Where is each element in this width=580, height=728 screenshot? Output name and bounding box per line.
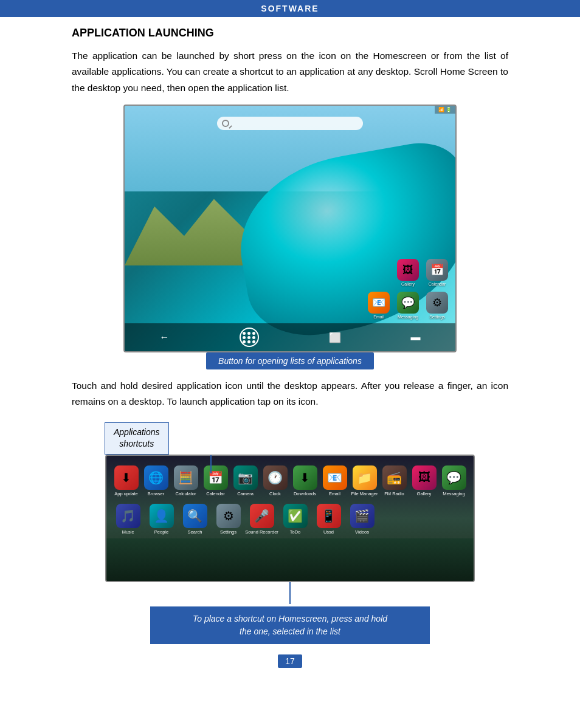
list-item[interactable]: ⬇ App update bbox=[111, 463, 141, 499]
file-manager-icon: 📁 bbox=[353, 465, 377, 490]
dot-7 bbox=[243, 340, 246, 343]
menu-icon[interactable]: ▬ bbox=[411, 332, 421, 343]
file-manager-label: File Manager bbox=[351, 491, 378, 496]
calendar-label: Calendar bbox=[206, 491, 224, 496]
list-item[interactable]: 👤 People bbox=[145, 501, 178, 537]
list-item[interactable]: 📅 Calendar bbox=[201, 463, 230, 499]
paragraph-2: Touch and hold desired application icon … bbox=[72, 378, 508, 410]
messaging-app-icon: 💬 bbox=[397, 292, 419, 314]
bottom-connector-line bbox=[289, 582, 291, 604]
camera-icon: 📷 bbox=[233, 465, 258, 490]
dot-4 bbox=[243, 336, 246, 339]
list-item[interactable]: 🧮 Calculator bbox=[171, 463, 201, 499]
calculator-label: Calculator bbox=[176, 491, 196, 496]
videos-label: Videos bbox=[355, 529, 369, 535]
calculator-icon: 🧮 bbox=[174, 465, 198, 490]
annotation-line2: shortcuts bbox=[119, 439, 154, 448]
back-icon[interactable]: ← bbox=[160, 332, 170, 343]
dot-3 bbox=[252, 332, 255, 335]
email-label: Email bbox=[373, 315, 384, 319]
list-item[interactable]: 📷 Camera bbox=[230, 463, 260, 499]
page-number-container: 17 bbox=[72, 656, 508, 666]
list-item[interactable]: 📧 Email bbox=[320, 463, 350, 499]
settings-icon-item[interactable]: ⚙ Settings bbox=[424, 292, 451, 322]
music-label: Music bbox=[122, 529, 134, 535]
settings-label: Settings bbox=[429, 315, 444, 319]
search-bar[interactable] bbox=[217, 117, 363, 130]
calendar-icon: 📅 bbox=[204, 465, 228, 490]
downloads-icon: ⬇ bbox=[293, 465, 317, 490]
list-item[interactable]: ⚙ Settings bbox=[212, 501, 245, 537]
email-icon-item[interactable]: 📧 Email bbox=[365, 292, 392, 322]
ussd-icon: 📱 bbox=[317, 504, 341, 528]
videos-icon: 🎬 bbox=[350, 504, 375, 528]
dot-6 bbox=[252, 336, 255, 339]
annotation-connector-line bbox=[210, 455, 212, 473]
annotation-container: Applications shortcuts bbox=[72, 422, 508, 455]
list-item[interactable]: ⬇ Downloads bbox=[290, 463, 320, 499]
dot-2 bbox=[247, 332, 250, 335]
messaging-icon-item[interactable]: 💬 Messaging bbox=[395, 292, 421, 322]
fm-radio-icon: 📻 bbox=[382, 465, 407, 490]
list-item[interactable]: 🔍 Search bbox=[178, 501, 212, 537]
caption-2-line1: To place a shortcut on Homescreen, press… bbox=[193, 614, 387, 623]
bottom-nav-bar: ← ⬜ ▬ bbox=[125, 323, 455, 351]
list-item[interactable]: 📱 Ussd bbox=[312, 501, 345, 537]
clock-icon: 🕐 bbox=[263, 465, 288, 490]
paragraph-1: The application can be launched by short… bbox=[72, 48, 508, 96]
list-item[interactable]: 🌐 Browser bbox=[141, 463, 171, 499]
page-content: APPLICATION LAUNCHING The application ca… bbox=[0, 17, 580, 690]
messaging-icon: 💬 bbox=[442, 465, 466, 490]
apps-row-2: 🎵 Music 👤 People 🔍 Search ⚙ Settings bbox=[111, 501, 469, 537]
caption-2-line2: the one, selected in the list bbox=[240, 627, 340, 636]
list-item[interactable]: 💬 Messaging bbox=[439, 463, 469, 499]
camera-label: Camera bbox=[237, 491, 254, 496]
section-title: APPLICATION LAUNCHING bbox=[72, 27, 508, 39]
browser-icon: 🌐 bbox=[144, 465, 168, 490]
fm-radio-label: FM Radio bbox=[384, 491, 404, 496]
annotation-line1: Applications bbox=[114, 427, 160, 437]
downloads-label: Downloads bbox=[294, 491, 316, 496]
list-item[interactable]: 🎵 Music bbox=[111, 501, 145, 537]
dot-5 bbox=[247, 336, 250, 339]
caption-1: Button for opening lists of applications bbox=[206, 352, 374, 369]
calendar-app-icon: 📅 bbox=[426, 259, 448, 281]
ussd-label: Ussd bbox=[323, 529, 334, 535]
gallery-icon-item[interactable]: 🖼 Gallery bbox=[395, 259, 421, 289]
app-row-2: 📧 Email 💬 Messaging ⚙ Settings bbox=[365, 292, 451, 322]
calendar-label: Calendar bbox=[429, 282, 446, 286]
apps-grid-button[interactable] bbox=[240, 328, 259, 347]
list-item[interactable]: 📁 File Manager bbox=[350, 463, 379, 499]
gallery-icon: 🖼 bbox=[412, 465, 437, 490]
settings-icon: ⚙ bbox=[216, 504, 241, 528]
search-label: Search bbox=[188, 529, 202, 535]
app-update-icon: ⬇ bbox=[114, 465, 139, 490]
phone-screen: 📶 🔋 🖼 Gallery 📅 Calendar bbox=[123, 105, 457, 352]
caption-2: To place a shortcut on Homescreen, press… bbox=[150, 606, 430, 644]
music-icon: 🎵 bbox=[116, 504, 140, 528]
homescreen-app-icons: 🖼 Gallery 📅 Calendar 📧 Email 💬 bbox=[365, 259, 451, 322]
todo-icon: ✅ bbox=[283, 504, 308, 528]
list-item[interactable]: 📻 FM Radio bbox=[379, 463, 409, 499]
gallery-label: Gallery bbox=[401, 282, 415, 286]
list-item[interactable]: 🎬 Videos bbox=[345, 501, 379, 537]
app-update-label: App update bbox=[114, 491, 137, 496]
calendar-icon-item[interactable]: 📅 Calendar bbox=[424, 259, 451, 289]
annotation-label: Applications shortcuts bbox=[105, 422, 169, 455]
dot-1 bbox=[243, 332, 246, 335]
dot-8 bbox=[247, 340, 250, 343]
email-icon: 📧 bbox=[323, 465, 347, 490]
app-row-1: 🖼 Gallery 📅 Calendar bbox=[395, 259, 451, 289]
list-item[interactable]: 🕐 Clock bbox=[260, 463, 290, 499]
home-icon[interactable]: ⬜ bbox=[329, 332, 341, 343]
sound-recorder-icon: 🎤 bbox=[250, 504, 274, 528]
page-number: 17 bbox=[278, 654, 302, 668]
header-bar: SOFTWARE bbox=[0, 0, 580, 17]
list-item[interactable]: 🎤 Sound Recorder bbox=[245, 501, 278, 537]
clock-label: Clock bbox=[269, 491, 281, 496]
messaging-label: Messaging bbox=[398, 315, 418, 319]
messaging-label: Messaging bbox=[443, 491, 464, 496]
list-item[interactable]: ✅ ToDo bbox=[278, 501, 312, 537]
search-icon bbox=[222, 120, 229, 127]
list-item[interactable]: 🖼 Gallery bbox=[409, 463, 439, 499]
